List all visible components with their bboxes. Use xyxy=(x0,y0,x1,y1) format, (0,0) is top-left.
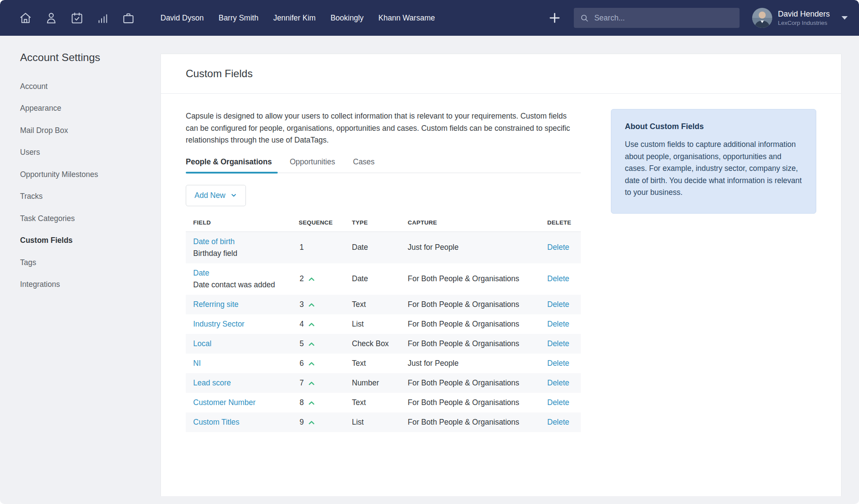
field-name-link[interactable]: Date of birth xyxy=(193,237,235,246)
sequence-cell: 5 xyxy=(299,339,352,348)
move-up-icon[interactable] xyxy=(308,380,315,386)
home-icon[interactable] xyxy=(19,11,32,25)
delete-cell: Delete xyxy=(547,398,581,407)
sidebar-item[interactable]: Tracks xyxy=(20,186,152,208)
delete-link[interactable]: Delete xyxy=(547,243,569,252)
delete-link[interactable]: Delete xyxy=(547,359,569,368)
field-description: Birthday field xyxy=(193,248,299,259)
column-header: SEQUENCE xyxy=(299,219,352,226)
tab[interactable]: Opportunities xyxy=(290,157,335,173)
sidebar-title: Account Settings xyxy=(20,51,152,64)
search-icon xyxy=(580,14,589,23)
sidebar-item[interactable]: Tags xyxy=(20,252,152,274)
capture-cell: Just for People xyxy=(408,359,547,368)
field-cell: NI xyxy=(186,358,299,369)
delete-link[interactable]: Delete xyxy=(547,274,569,283)
field-cell: Lead score xyxy=(186,377,299,389)
sequence-number: 6 xyxy=(300,359,304,368)
user-menu[interactable]: David Henders LexCorp Industries xyxy=(752,8,848,28)
field-cell: Date Date contact was added xyxy=(186,267,299,291)
capture-cell: Just for People xyxy=(408,243,547,252)
field-cell: Custom Titles xyxy=(186,416,299,428)
search-input[interactable] xyxy=(594,14,725,23)
field-name-link[interactable]: Custom Titles xyxy=(193,418,239,426)
type-cell: Date xyxy=(352,274,408,283)
about-panel-body: Use custom fields to capture additional … xyxy=(625,139,802,199)
description-text: Capsule is designed to allow your users … xyxy=(186,110,581,146)
delete-cell: Delete xyxy=(547,300,581,309)
navbar-icon-group xyxy=(19,11,135,25)
chart-icon[interactable] xyxy=(96,11,109,25)
sidebar-item[interactable]: Users xyxy=(20,142,152,164)
navbar-link[interactable]: David Dyson xyxy=(160,14,204,23)
field-name-link[interactable]: Industry Sector xyxy=(193,320,245,328)
add-new-button[interactable]: Add New xyxy=(186,185,246,206)
navbar-link[interactable]: Khann Warsame xyxy=(378,14,435,23)
field-name-link[interactable]: NI xyxy=(193,359,201,368)
field-name-link[interactable]: Lead score xyxy=(193,378,231,387)
sequence-number: 5 xyxy=(300,339,304,348)
field-cell: Customer Number xyxy=(186,397,299,409)
calendar-icon[interactable] xyxy=(70,11,84,25)
move-up-icon[interactable] xyxy=(308,276,315,282)
move-up-icon[interactable] xyxy=(308,360,315,367)
navbar-link[interactable]: Bookingly xyxy=(331,14,364,23)
sidebar-item[interactable]: Opportunity Milestones xyxy=(20,163,152,186)
field-cell: Date of birth Birthday field xyxy=(186,236,299,259)
move-up-icon[interactable] xyxy=(308,321,315,327)
field-name-link[interactable]: Customer Number xyxy=(193,398,256,407)
about-custom-fields-panel: About Custom Fields Use custom fields to… xyxy=(611,109,816,214)
chevron-down-icon[interactable] xyxy=(842,16,848,20)
delete-link[interactable]: Delete xyxy=(547,300,569,309)
navbar-links: David DysonBarry SmithJennifer KimBookin… xyxy=(160,14,435,23)
field-cell: Local xyxy=(186,338,299,350)
sidebar-item[interactable]: Integrations xyxy=(20,274,152,296)
move-up-icon[interactable] xyxy=(308,341,315,347)
delete-link[interactable]: Delete xyxy=(547,418,569,426)
user-company: LexCorp Industries xyxy=(778,20,830,27)
navbar-link[interactable]: Jennifer Kim xyxy=(273,14,316,23)
delete-cell: Delete xyxy=(547,243,581,252)
person-icon[interactable] xyxy=(44,11,58,25)
table-row: Custom Titles 9 List xyxy=(186,412,581,432)
field-name-link[interactable]: Referring site xyxy=(193,300,239,309)
sequence-number: 4 xyxy=(300,320,304,329)
sidebar-item[interactable]: Task Categories xyxy=(20,208,152,230)
capture-cell: For Both People & Organisations xyxy=(408,378,547,388)
move-up-icon[interactable] xyxy=(308,399,315,406)
sequence-cell: 7 xyxy=(299,378,352,388)
custom-fields-table: FIELDSEQUENCETYPECAPTUREDELETE Date of b… xyxy=(186,219,581,432)
sidebar-item[interactable]: Account xyxy=(20,75,152,98)
delete-link[interactable]: Delete xyxy=(547,398,569,407)
sidebar: Account Settings Account Appearance Mail… xyxy=(0,36,160,504)
top-navbar: David DysonBarry SmithJennifer KimBookin… xyxy=(0,0,859,36)
sequence-number: 8 xyxy=(300,398,304,407)
sequence-cell: 6 xyxy=(299,359,352,368)
delete-link[interactable]: Delete xyxy=(547,320,569,328)
field-name-link[interactable]: Date xyxy=(193,269,209,277)
sidebar-item[interactable]: Appearance xyxy=(20,98,152,120)
sidebar-item[interactable]: Custom Fields xyxy=(20,230,152,252)
sidebar-item[interactable]: Mail Drop Box xyxy=(20,119,152,142)
navbar-link[interactable]: Barry Smith xyxy=(218,14,258,23)
move-up-icon[interactable] xyxy=(308,301,315,308)
move-up-icon[interactable] xyxy=(308,419,315,426)
search-box[interactable] xyxy=(574,8,740,28)
tab[interactable]: Cases xyxy=(353,157,375,173)
add-plus-icon[interactable] xyxy=(548,11,562,25)
sequence-cell: 8 xyxy=(299,398,352,407)
briefcase-icon[interactable] xyxy=(122,11,135,25)
column-header: FIELD xyxy=(186,219,299,226)
type-cell: List xyxy=(352,320,408,329)
sequence-cell: 1 xyxy=(299,243,352,252)
delete-link[interactable]: Delete xyxy=(547,378,569,387)
tab[interactable]: People & Organisations xyxy=(186,157,272,173)
card-header: Custom Fields xyxy=(161,54,841,94)
delete-cell: Delete xyxy=(547,378,581,388)
delete-link[interactable]: Delete xyxy=(547,339,569,348)
type-cell: Check Box xyxy=(352,339,408,348)
capture-cell: For Both People & Organisations xyxy=(408,339,547,348)
field-name-link[interactable]: Local xyxy=(193,339,211,348)
user-name: David Henders xyxy=(778,10,830,19)
column-header: TYPE xyxy=(352,219,408,226)
